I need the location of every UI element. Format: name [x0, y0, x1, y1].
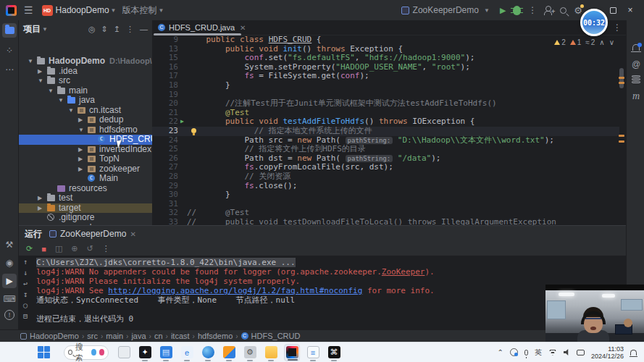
browser-circle-taskbar-button[interactable]: [200, 344, 216, 361]
hide-panel-icon[interactable]: —: [140, 25, 148, 34]
run-config-selector[interactable]: ZooKeeperDemo▼: [398, 5, 493, 15]
close-run-tab-icon[interactable]: ✕: [130, 230, 135, 238]
tree-item-java[interactable]: ▼java: [19, 96, 152, 106]
project-selector[interactable]: HadoopDemo▼: [53, 5, 120, 15]
notification-bell-icon[interactable]: [630, 350, 637, 355]
breadcrumb-src[interactable]: src: [87, 332, 98, 340]
soft-wrap-icon[interactable]: ↩: [23, 279, 28, 287]
console-line[interactable]: C:\Users\ZJZ\.jdks\corretto-1.8.0_422\bi…: [36, 258, 296, 267]
ai-assistant-icon[interactable]: @: [630, 58, 643, 71]
black-box-app-taskbar-button[interactable]: ✦: [137, 344, 153, 361]
chevron-expanded-icon[interactable]: ▼: [68, 106, 74, 116]
close-tab-icon[interactable]: ✕: [240, 24, 246, 32]
project-panel-title[interactable]: 项目: [23, 23, 41, 35]
tree-item-hadoopdemo[interactable]: ▼HadoopDemoD:\Hadoop\HadoopDemo: [19, 56, 152, 67]
prev-problem-icon[interactable]: ∧: [599, 38, 604, 46]
services-tool-button[interactable]: ◉: [2, 256, 17, 270]
run-test-gutter-icon[interactable]: ▶: [180, 117, 184, 127]
chevron-expanded-icon[interactable]: ▼: [38, 76, 43, 86]
tree-item-zookeeper[interactable]: ▶zookeeper: [19, 164, 152, 174]
history-icon[interactable]: ↺: [87, 244, 93, 253]
editor-tab[interactable]: C HDFS_CRUD.java ✕: [152, 20, 251, 35]
microphone-icon[interactable]: [524, 350, 528, 355]
tree-item--idea[interactable]: ▶.idea: [19, 67, 152, 77]
console-link[interactable]: http://logging.apache.org/log4j/1.2/faq.…: [108, 286, 362, 295]
main-menu-icon[interactable]: ☰: [24, 4, 33, 16]
settings-gear-icon[interactable]: ⚙: [574, 5, 582, 16]
capcut-app-taskbar-button[interactable]: ⌘: [326, 344, 342, 361]
structure-tool-button[interactable]: ⁘: [2, 43, 17, 58]
store-app-taskbar-button[interactable]: ▤: [158, 344, 174, 361]
editor-scrollbar[interactable]: [619, 36, 624, 224]
vcs-menu[interactable]: 版本控制▼: [120, 4, 167, 17]
chevron-expanded-icon[interactable]: ▼: [78, 125, 84, 135]
clear-all-icon[interactable]: ⊟: [23, 312, 28, 320]
chevron-collapsed-icon[interactable]: ▶: [78, 115, 83, 125]
tree-item-test[interactable]: ▶test: [19, 193, 152, 203]
print-icon[interactable]: ○: [23, 301, 28, 309]
speaker-icon[interactable]: [564, 349, 570, 355]
tree-item-src[interactable]: ▼src: [19, 76, 152, 86]
typo-count[interactable]: ≈2: [585, 38, 595, 46]
run-panel-title[interactable]: 运行: [25, 228, 42, 240]
chevron-collapsed-icon[interactable]: ▶: [78, 154, 83, 164]
touchpad-icon[interactable]: [577, 350, 585, 355]
chevron-expanded-icon[interactable]: ▼: [28, 56, 33, 67]
run-tab[interactable]: ZooKeeperDemo ✕: [49, 229, 136, 239]
warning-count[interactable]: 2: [554, 38, 566, 46]
problems-tool-button[interactable]: !: [4, 310, 14, 320]
chevron-collapsed-icon[interactable]: ▶: [38, 203, 42, 214]
chevron-collapsed-icon[interactable]: ▶: [38, 193, 42, 203]
tree-item-resources[interactable]: resources: [19, 184, 152, 194]
tree-item-topn[interactable]: ▶TopN: [19, 154, 152, 164]
build-tool-button[interactable]: ⚒: [2, 237, 17, 252]
tree-item--gitignore[interactable]: .gitignore: [19, 213, 152, 223]
console-line[interactable]: 进程已结束，退出代码为 0: [36, 314, 133, 324]
orange-app-taskbar-button[interactable]: [221, 344, 237, 361]
collapse-all-icon[interactable]: ↥: [114, 25, 120, 34]
tab-options-icon[interactable]: ⋮: [613, 22, 622, 33]
maven-icon[interactable]: m: [630, 90, 643, 103]
console-line[interactable]: log4j:WARN Please initialize the log4j s…: [36, 277, 300, 286]
locate-file-icon[interactable]: ◎: [88, 25, 96, 34]
input-method-indicator[interactable]: 英: [535, 348, 542, 358]
tree-item-hdfs-crud[interactable]: CHDFS_CRUD: [19, 135, 152, 145]
notepad-app-taskbar-button[interactable]: ≡: [305, 344, 321, 361]
recording-timer-overlay[interactable]: 00:32: [580, 9, 608, 36]
file-explorer-taskbar-button[interactable]: [263, 344, 279, 361]
start-button[interactable]: [38, 346, 51, 359]
screenshot-app-taskbar-button[interactable]: [116, 344, 132, 361]
taskbar-search[interactable]: 搜索: [64, 345, 109, 360]
breadcrumb-itcast[interactable]: itcast: [171, 332, 190, 340]
pc-manager-icon[interactable]: [510, 348, 518, 356]
search-everywhere-icon[interactable]: [560, 7, 566, 14]
breadcrumb-hdfs_crud[interactable]: HDFS_CRUD: [251, 332, 301, 340]
more-icon[interactable]: ⋮: [126, 25, 134, 34]
breadcrumb-main[interactable]: main: [106, 332, 123, 340]
maximize-button[interactable]: [610, 7, 616, 14]
system-tool-taskbar-button[interactable]: ⚙: [242, 344, 258, 361]
inspections-widget[interactable]: 21≈2∧∨: [554, 38, 614, 46]
next-occurrence-icon[interactable]: ↓: [23, 269, 28, 277]
tree-item-hdfsdemo[interactable]: ▼hdfsdemo: [19, 125, 152, 135]
layout-icon[interactable]: ◫: [55, 244, 62, 253]
breadcrumb-cn[interactable]: cn: [154, 332, 163, 340]
console-line[interactable]: log4j:WARN See http://logging.apache.org…: [36, 286, 435, 295]
database-icon[interactable]: [630, 72, 643, 85]
run-button[interactable]: ▶: [500, 6, 506, 15]
breadcrumb-java[interactable]: java: [131, 332, 146, 340]
chevron-collapsed-icon[interactable]: ▶: [78, 164, 83, 174]
more-options-icon[interactable]: ⋮: [102, 244, 110, 253]
breadcrumb-hdfsdemo[interactable]: hdfsdemo: [198, 332, 233, 340]
add-user-icon[interactable]: +: [544, 6, 553, 14]
project-badge-icon[interactable]: HD: [42, 5, 53, 16]
tree-item-dedup[interactable]: ▶dedup: [19, 115, 152, 125]
more-tools-button[interactable]: ⋯: [2, 62, 17, 77]
tree-item-main[interactable]: ▼main: [19, 86, 152, 96]
clock-widget[interactable]: 11:032024/12/26: [591, 345, 624, 360]
terminal-tool-button[interactable]: ⌨: [2, 292, 17, 306]
chevron-expanded-icon[interactable]: ▼: [58, 96, 64, 106]
console-line[interactable]: log4j:WARN No appenders could be found f…: [36, 267, 435, 277]
notifications-icon[interactable]: [630, 41, 643, 54]
code-line-30[interactable]: 30 }: [152, 190, 619, 200]
